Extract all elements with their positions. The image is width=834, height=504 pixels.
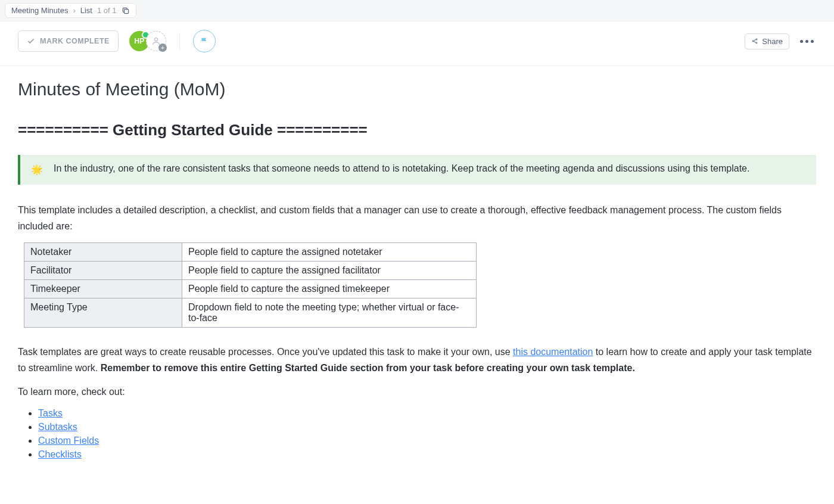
field-name[interactable]: Meeting Type [24,298,182,328]
mark-complete-button[interactable]: MARK COMPLETE [18,30,119,52]
list-item: Subtasks [38,422,816,433]
star-icon: 🌟 [31,163,43,176]
svg-point-4 [756,42,757,43]
more-menu-button[interactable] [798,38,816,45]
svg-point-1 [154,38,157,41]
breadcrumb-parent[interactable]: Meeting Minutes [11,6,68,15]
priority-flag-button[interactable] [193,30,216,52]
list-item: Checklists [38,449,816,460]
table-row: Meeting Type Dropdown field to note the … [24,298,477,328]
field-desc[interactable]: People field to capture the assigned not… [182,243,477,262]
svg-rect-0 [124,9,128,13]
table-row: Notetaker People field to capture the as… [24,243,477,262]
table-row: Timekeeper People field to capture the a… [24,280,477,298]
learn-intro[interactable]: To learn more, check out: [18,384,816,400]
page-title[interactable]: Minutes of Meeting (MoM) [18,79,816,99]
para2-bold: Remember to remove this entire Getting S… [101,363,635,373]
list-item: Custom Fields [38,435,816,446]
document-body: Minutes of Meeting (MoM) ========== Gett… [0,66,834,487]
breadcrumb-child[interactable]: List [80,6,92,15]
intro-paragraph[interactable]: This template includes a detailed descri… [18,203,816,234]
chevron-right-icon: › [73,6,75,15]
share-label: Share [762,37,783,46]
learn-link-tasks[interactable]: Tasks [38,408,63,418]
copy-link-icon[interactable] [122,7,130,15]
svg-point-3 [756,39,757,40]
separator [179,33,180,49]
table-row: Facilitator People field to capture the … [24,262,477,280]
learn-link-subtasks[interactable]: Subtasks [38,422,77,432]
avatar-initials: HP [135,37,145,45]
section-heading[interactable]: ========== Getting Started Guide =======… [18,121,816,139]
field-desc[interactable]: People field to capture the assigned tim… [182,280,477,298]
learn-link-checklists[interactable]: Checklists [38,449,82,459]
template-paragraph[interactable]: Task templates are great ways to create … [18,344,816,376]
breadcrumb-count: 1 of 1 [97,6,117,15]
mark-complete-label: MARK COMPLETE [40,37,110,45]
learn-list: Tasks Subtasks Custom Fields Checklists [18,408,816,460]
add-assignee-button[interactable]: + [146,31,166,51]
learn-link-custom-fields[interactable]: Custom Fields [38,435,99,446]
breadcrumb[interactable]: Meeting Minutes › List 1 of 1 [5,3,136,18]
list-item: Tasks [38,408,816,419]
field-name[interactable]: Notetaker [24,243,182,262]
field-desc[interactable]: People field to capture the assigned fac… [182,262,477,280]
svg-point-2 [752,41,754,42]
fields-table[interactable]: Notetaker People field to capture the as… [24,242,477,328]
para2-a: Task templates are great ways to create … [18,347,513,357]
field-name[interactable]: Timekeeper [24,280,182,298]
field-desc[interactable]: Dropdown field to note the meeting type;… [182,298,477,328]
callout-box[interactable]: 🌟 In the industry, one of the rare consi… [18,155,816,185]
plus-icon: + [158,43,167,52]
share-button[interactable]: Share [745,33,789,49]
task-toolbar: MARK COMPLETE HP + Share [0,21,834,66]
top-bar: Meeting Minutes › List 1 of 1 [0,0,834,21]
field-name[interactable]: Facilitator [24,262,182,280]
callout-text: In the industry, one of the rare consist… [54,163,749,174]
assignees: HP + [129,31,166,51]
documentation-link[interactable]: this documentation [513,347,593,357]
